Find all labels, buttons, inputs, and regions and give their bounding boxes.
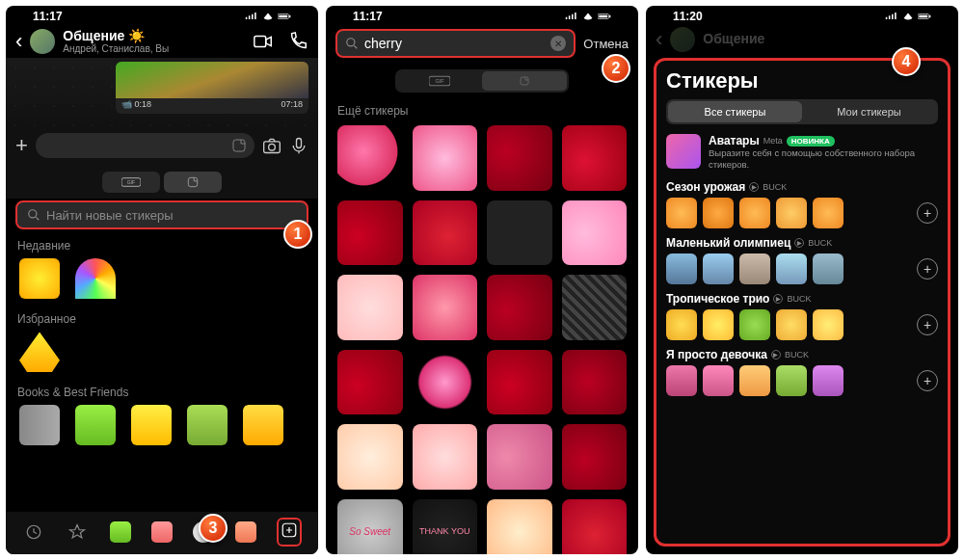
add-pack-button[interactable]: +	[917, 370, 938, 391]
sticker-result[interactable]	[413, 275, 478, 340]
sticker-preview[interactable]	[703, 198, 734, 228]
sticker-preview[interactable]	[666, 309, 697, 340]
message-input[interactable]	[36, 133, 254, 158]
sticker-result[interactable]	[413, 200, 478, 266]
sticker-item[interactable]	[243, 405, 283, 445]
sticker-preview[interactable]	[776, 198, 807, 228]
sticker-search-input[interactable]: cherry ✕	[335, 29, 576, 58]
pack-tab[interactable]	[151, 521, 173, 543]
sticker-preview[interactable]	[666, 253, 697, 284]
add-pack-button[interactable]: +	[917, 314, 938, 335]
sticker-preview[interactable]	[703, 365, 734, 396]
sticker-preview[interactable]	[666, 365, 697, 396]
sticker-result[interactable]	[337, 424, 403, 490]
sticker-result[interactable]	[487, 125, 552, 191]
sticker-tab[interactable]	[482, 71, 567, 91]
sticker-result[interactable]	[487, 275, 552, 340]
video-message[interactable]: 📹 0:18 07:18	[116, 62, 308, 114]
sticker-preview[interactable]	[813, 198, 844, 228]
sticker-in-input-icon[interactable]	[231, 138, 247, 153]
sticker-preview[interactable]	[813, 309, 844, 340]
favorites-tab-icon[interactable]	[66, 520, 89, 544]
sticker-preview[interactable]	[739, 198, 770, 228]
sticker-item[interactable]	[131, 405, 172, 445]
chat-title-box[interactable]: Общение☀️ Андрей, Станислав, Вы	[63, 29, 245, 54]
sticker-result[interactable]	[562, 275, 628, 340]
sticker-preview[interactable]	[703, 253, 734, 284]
sticker-preview[interactable]	[739, 253, 770, 284]
back-icon[interactable]: ‹	[15, 29, 22, 54]
mic-icon[interactable]	[289, 136, 308, 155]
sticker-item[interactable]	[19, 405, 60, 445]
sticker-tab[interactable]	[164, 172, 222, 193]
sticker-item[interactable]	[75, 258, 116, 299]
pack-tab[interactable]	[110, 521, 131, 543]
sticker-result[interactable]	[487, 424, 552, 490]
sticker-result[interactable]	[413, 350, 478, 415]
phone-3-sticker-store: 11:20 ‹ Общение 4 Стикеры Все стикеры Мо…	[646, 6, 958, 554]
camera-icon[interactable]	[262, 136, 281, 155]
sticker-result[interactable]	[562, 350, 628, 415]
store-segment: Все стикеры Мои стикеры	[666, 99, 938, 124]
pack-previews[interactable]	[666, 253, 913, 284]
my-stickers-tab[interactable]: Мои стикеры	[802, 101, 936, 122]
sticker-results-grid[interactable]: So Sweet THANK YOU	[326, 121, 638, 554]
sticker-item[interactable]	[75, 405, 116, 445]
sticker-item[interactable]	[19, 258, 60, 299]
all-stickers-tab[interactable]: Все стикеры	[668, 101, 802, 122]
sticker-preview[interactable]	[813, 253, 844, 284]
sticker-result[interactable]: THANK YOU	[413, 499, 478, 555]
sticker-preview[interactable]	[739, 309, 770, 340]
chat-avatar[interactable]	[30, 29, 55, 54]
pack-header[interactable]: Я просто девочка ▶ BUCK	[666, 348, 938, 361]
pack-previews[interactable]	[666, 365, 913, 396]
sticker-result[interactable]	[413, 424, 478, 490]
sticker-result[interactable]	[413, 125, 478, 191]
add-pack-button[interactable]: +	[917, 202, 938, 224]
svg-rect-7	[297, 139, 302, 148]
add-pack-button[interactable]: +	[917, 258, 938, 280]
sticker-result[interactable]	[562, 125, 628, 191]
audio-call-icon[interactable]	[287, 31, 308, 52]
sticker-result[interactable]	[337, 275, 403, 340]
gif-tab[interactable]: GIF	[397, 71, 482, 91]
pack-header[interactable]: Маленький олимпиец ▶ BUCK	[666, 236, 938, 250]
sticker-preview[interactable]	[666, 198, 697, 228]
sticker-preview[interactable]	[813, 365, 844, 396]
pack-header[interactable]: Тропическое трио ▶ BUCK	[666, 292, 938, 306]
sticker-preview[interactable]	[776, 309, 807, 340]
sticker-preview[interactable]	[776, 253, 807, 284]
gif-tab[interactable]: GIF	[102, 172, 160, 193]
pack-tab[interactable]	[235, 521, 256, 543]
sticker-result[interactable]	[487, 200, 552, 266]
sticker-result[interactable]	[487, 350, 552, 415]
sticker-item[interactable]	[187, 405, 228, 445]
pack-header[interactable]: Сезон урожая ▶ BUCK	[666, 180, 938, 194]
sticker-result[interactable]	[337, 350, 403, 415]
chat-header: ‹ Общение☀️ Андрей, Станислав, Вы	[6, 25, 318, 58]
pack-previews[interactable]	[666, 198, 913, 228]
clear-search-icon[interactable]: ✕	[550, 36, 566, 51]
sticker-preview[interactable]	[739, 365, 770, 396]
sticker-result[interactable]	[562, 200, 628, 266]
sticker-result[interactable]	[562, 424, 628, 490]
cancel-button[interactable]: Отмена	[583, 37, 629, 51]
avatars-promo[interactable]: Аватары Meta НОВИНКА Выразите себя с пом…	[666, 134, 938, 171]
sticker-result[interactable]	[562, 499, 628, 555]
recent-tab-icon[interactable]	[22, 520, 45, 544]
sticker-preview[interactable]	[776, 365, 807, 396]
sticker-result[interactable]	[487, 499, 552, 555]
attach-button[interactable]: +	[15, 133, 28, 158]
pack-previews[interactable]	[666, 309, 913, 340]
play-icon: ▶	[771, 350, 781, 360]
sticker-result[interactable]: So Sweet	[337, 499, 403, 555]
sticker-result[interactable]	[337, 125, 403, 191]
recent-stickers	[6, 254, 318, 307]
sticker-preview[interactable]	[703, 309, 734, 340]
add-sticker-pack-button[interactable]	[277, 518, 302, 547]
chat-body[interactable]: 📹 0:18 07:18	[6, 58, 318, 127]
video-call-icon[interactable]	[253, 31, 274, 52]
sticker-item[interactable]	[19, 332, 60, 372]
sticker-result[interactable]	[337, 200, 403, 266]
sticker-search-box[interactable]: Найти новые стикеры 1	[15, 200, 308, 229]
